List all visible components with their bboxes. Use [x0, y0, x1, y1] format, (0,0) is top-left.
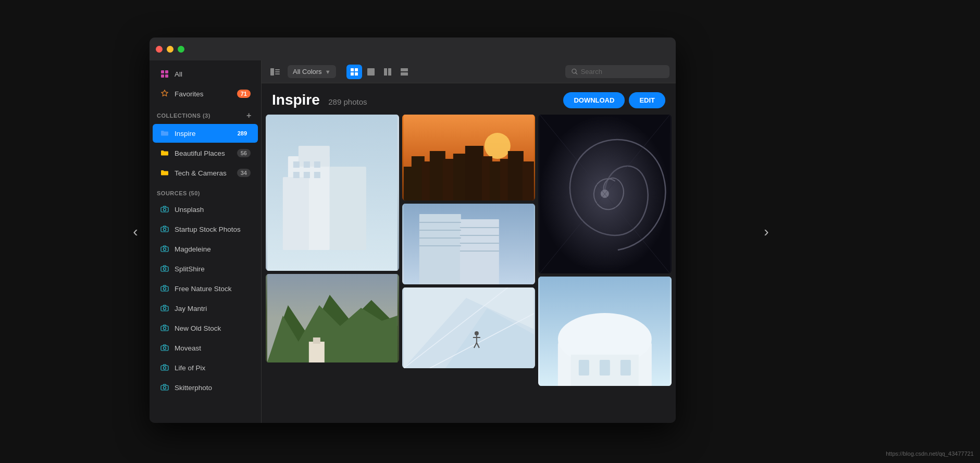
view-grid-button[interactable] — [346, 65, 362, 79]
inspire-label: Inspire — [175, 130, 196, 137]
camera-icon-unsplash — [160, 205, 169, 214]
svg-rect-41 — [283, 177, 309, 250]
svg-rect-62 — [465, 146, 483, 201]
photo-card[interactable] — [538, 115, 672, 273]
sources-header: SOURCES (50) — [150, 183, 261, 199]
sidebar-item-favorites[interactable]: Favorites 71 — [153, 84, 258, 103]
sidebar: All Favorites 71 COLLECTIONS (3) + — [150, 60, 262, 423]
nav-arrow-left[interactable]: ‹ — [125, 221, 146, 242]
close-button[interactable] — [156, 46, 163, 53]
svg-rect-31 — [355, 72, 358, 76]
skitterphoto-label: Skitterphoto — [175, 384, 212, 392]
download-button[interactable]: DOWNLOAD — [563, 92, 625, 108]
camera-icon-startup — [160, 224, 169, 234]
inspire-badge: 289 — [234, 129, 251, 137]
title-bar — [150, 37, 676, 60]
svg-rect-98 — [579, 360, 589, 376]
edit-button[interactable]: EDIT — [629, 92, 665, 108]
svg-rect-33 — [384, 68, 387, 76]
view-wide-button[interactable] — [396, 65, 412, 79]
startup-stock-label: Startup Stock Photos — [175, 226, 241, 233]
view-tall-button[interactable] — [380, 65, 395, 79]
svg-rect-69 — [419, 214, 461, 284]
moveast-label: Moveast — [175, 344, 201, 352]
sidebar-item-new-old-stock[interactable]: New Old Stock — [153, 319, 258, 337]
svg-rect-34 — [388, 68, 391, 76]
main-layout: All Favorites 71 COLLECTIONS (3) + — [150, 60, 676, 423]
svg-rect-78 — [460, 251, 499, 252]
svg-rect-48 — [314, 172, 320, 178]
svg-rect-3 — [165, 74, 168, 78]
color-filter-dropdown[interactable]: All Colors ▼ — [288, 65, 336, 78]
star-icon — [160, 89, 169, 98]
svg-rect-70 — [460, 219, 499, 284]
svg-rect-30 — [351, 72, 354, 76]
search-input[interactable] — [581, 68, 663, 76]
svg-rect-22 — [161, 385, 168, 390]
photo-card[interactable] — [266, 274, 399, 362]
camera-icon-moveast — [160, 343, 169, 353]
sidebar-item-splitshire[interactable]: SplitShire — [153, 259, 258, 278]
sidebar-item-life-of-pix[interactable]: Life of Pix — [153, 358, 258, 377]
add-collection-button[interactable]: + — [244, 111, 254, 120]
svg-rect-100 — [621, 360, 631, 376]
svg-rect-16 — [161, 326, 168, 331]
minimize-button[interactable] — [167, 46, 173, 53]
sidebar-toggle-button[interactable] — [268, 65, 282, 79]
svg-point-15 — [164, 307, 166, 310]
sidebar-item-moveast[interactable]: Moveast — [153, 339, 258, 357]
sidebar-item-inspire[interactable]: Inspire 289 — [153, 124, 258, 143]
sidebar-item-skitterphoto[interactable]: Skitterphoto — [153, 378, 258, 397]
sidebar-item-free-nature[interactable]: Free Nature Stock — [153, 279, 258, 298]
favorites-label: Favorites — [175, 90, 204, 98]
svg-rect-35 — [401, 68, 408, 71]
view-single-button[interactable] — [363, 65, 379, 79]
sidebar-item-jay-mantri[interactable]: Jay Mantri — [153, 299, 258, 318]
content-header: Inspire 289 photos DOWNLOAD EDIT — [262, 83, 676, 115]
sidebar-item-startup-stock[interactable]: Startup Stock Photos — [153, 220, 258, 239]
svg-point-19 — [164, 347, 166, 349]
svg-rect-44 — [304, 161, 310, 168]
photo-card[interactable] — [402, 115, 536, 201]
grid-col-2 — [402, 115, 536, 368]
svg-rect-27 — [275, 73, 280, 74]
maximize-button[interactable] — [178, 46, 184, 53]
sidebar-item-tech-cameras[interactable]: Tech & Cameras 34 — [153, 164, 258, 182]
svg-rect-52 — [309, 342, 325, 362]
folder-icon-beautiful-places — [160, 148, 169, 158]
photo-card[interactable] — [266, 115, 399, 271]
svg-rect-12 — [161, 286, 168, 291]
favorites-badge: 71 — [237, 90, 251, 98]
all-label: All — [175, 70, 182, 78]
search-box[interactable] — [565, 65, 669, 78]
svg-rect-24 — [270, 68, 274, 76]
svg-rect-42 — [330, 167, 366, 250]
svg-rect-28 — [351, 68, 354, 71]
nav-arrow-right[interactable]: › — [756, 221, 777, 242]
grid-icon — [160, 69, 169, 79]
sidebar-item-unsplash[interactable]: Unsplash — [153, 200, 258, 219]
sidebar-item-all[interactable]: All — [153, 65, 258, 83]
photo-card[interactable] — [538, 277, 672, 386]
jay-mantri-label: Jay Mantri — [175, 305, 207, 312]
svg-point-84 — [475, 331, 479, 335]
svg-rect-73 — [419, 237, 461, 239]
svg-rect-67 — [523, 161, 534, 201]
svg-rect-45 — [314, 161, 320, 168]
magdeleine-label: Magdeleine — [175, 245, 211, 253]
splitshire-label: SplitShire — [175, 265, 205, 273]
photo-card[interactable] — [402, 204, 536, 284]
svg-rect-1 — [165, 70, 168, 73]
photo-count: 289 photos — [328, 97, 367, 106]
sidebar-item-magdeleine[interactable]: Magdeleine — [153, 240, 258, 258]
grid-col-3 — [538, 115, 672, 386]
sidebar-item-beautiful-places[interactable]: Beautiful Places 56 — [153, 144, 258, 162]
new-old-stock-label: New Old Stock — [175, 324, 221, 332]
svg-point-7 — [164, 228, 166, 231]
svg-rect-18 — [161, 346, 168, 351]
svg-point-9 — [164, 248, 166, 251]
svg-rect-46 — [293, 172, 300, 178]
svg-rect-99 — [600, 360, 610, 376]
photo-card[interactable] — [402, 287, 536, 368]
collections-header: COLLECTIONS (3) + — [150, 104, 261, 123]
